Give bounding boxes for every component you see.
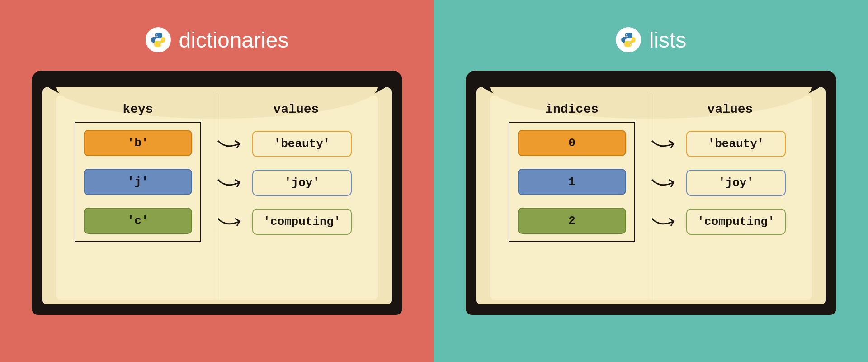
list-index-2: 2 (518, 208, 626, 234)
list-index-1: 1 (518, 169, 626, 195)
keys-column: keys 'b' 'j' 'c' (59, 102, 217, 301)
list-value-beauty: 'beauty' (686, 131, 786, 157)
dict-key-b: 'b' (84, 130, 192, 156)
list-row-2: 'computing' (651, 209, 805, 235)
lists-title-text: lists (649, 28, 687, 52)
dict-row-0: 'beauty' (217, 131, 371, 157)
list-values-column: values 'beauty' 'joy' (651, 102, 809, 301)
indices-heading: indices (545, 102, 599, 116)
dict-value-joy: 'joy' (252, 170, 352, 196)
list-row-1: 'joy' (651, 170, 805, 196)
dictionaries-title-text: dictionaries (179, 28, 289, 52)
arrow-icon (217, 176, 249, 190)
arrow-icon (217, 215, 249, 229)
arrow-icon (217, 137, 249, 151)
list-row-0: 'beauty' (651, 131, 805, 157)
lists-title: lists (616, 27, 687, 52)
dictionaries-panel: dictionaries keys 'b' 'j' 'c' values (0, 0, 434, 362)
dictionaries-book: keys 'b' 'j' 'c' values 'beauty' (32, 71, 402, 315)
list-values-heading: values (708, 102, 753, 116)
python-logo-icon (146, 27, 171, 52)
dict-value-beauty: 'beauty' (252, 131, 352, 157)
dict-key-j: 'j' (84, 169, 192, 195)
arrow-icon (651, 137, 683, 151)
keys-frame: 'b' 'j' 'c' (75, 122, 201, 242)
list-value-joy: 'joy' (686, 170, 786, 196)
values-column: values 'beauty' 'joy' (217, 102, 375, 301)
lists-book: indices 0 1 2 values 'beauty' (466, 71, 836, 315)
lists-panel: lists indices 0 1 2 values (434, 0, 868, 362)
dict-row-2: 'computing' (217, 209, 371, 235)
indices-frame: 0 1 2 (509, 122, 635, 242)
dictionaries-title: dictionaries (146, 27, 289, 52)
keys-heading: keys (123, 102, 153, 116)
list-index-0: 0 (518, 130, 626, 156)
dict-row-1: 'joy' (217, 170, 371, 196)
list-value-computing: 'computing' (686, 209, 786, 235)
python-logo-icon (616, 27, 641, 52)
values-heading: values (274, 102, 319, 116)
arrow-icon (651, 176, 683, 190)
dict-value-computing: 'computing' (252, 209, 352, 235)
arrow-icon (651, 215, 683, 229)
indices-column: indices 0 1 2 (493, 102, 651, 301)
dict-key-c: 'c' (84, 208, 192, 234)
